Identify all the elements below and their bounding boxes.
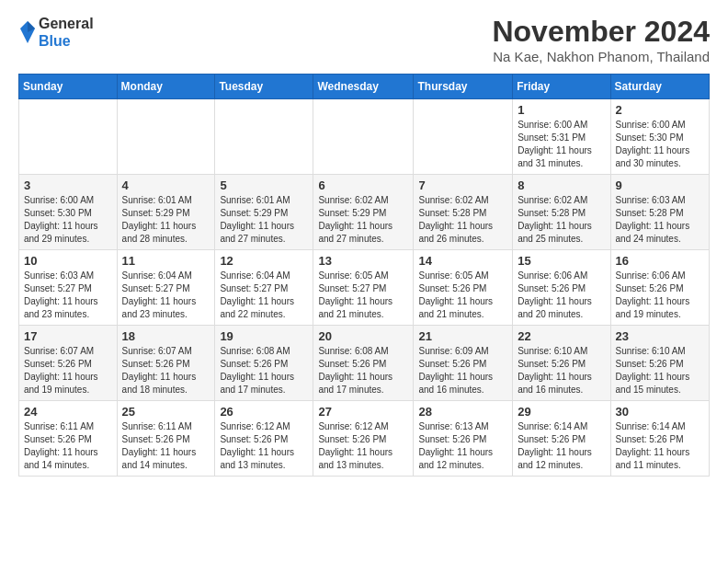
day-number: 9 [616, 178, 704, 192]
day-info: Sunrise: 6:04 AM Sunset: 5:27 PM Dayligh… [220, 270, 308, 321]
day-number: 18 [122, 329, 210, 343]
calendar-cell: 11Sunrise: 6:04 AM Sunset: 5:27 PM Dayli… [117, 250, 215, 326]
day-number: 4 [122, 178, 210, 192]
calendar-cell: 22Sunrise: 6:10 AM Sunset: 5:26 PM Dayli… [513, 326, 610, 401]
calendar-cell [313, 99, 414, 175]
day-info: Sunrise: 6:04 AM Sunset: 5:27 PM Dayligh… [122, 270, 210, 321]
day-info: Sunrise: 6:08 AM Sunset: 5:26 PM Dayligh… [318, 345, 408, 396]
calendar-cell: 3Sunrise: 6:00 AM Sunset: 5:30 PM Daylig… [19, 175, 118, 250]
calendar-cell: 4Sunrise: 6:01 AM Sunset: 5:29 PM Daylig… [117, 175, 215, 250]
calendar-cell: 19Sunrise: 6:08 AM Sunset: 5:26 PM Dayli… [215, 326, 313, 401]
day-number: 25 [122, 405, 210, 419]
calendar-week-row: 24Sunrise: 6:11 AM Sunset: 5:26 PM Dayli… [19, 401, 710, 477]
calendar-cell: 1Sunrise: 6:00 AM Sunset: 5:31 PM Daylig… [513, 99, 610, 175]
calendar-cell: 13Sunrise: 6:05 AM Sunset: 5:27 PM Dayli… [313, 250, 414, 326]
day-number: 21 [418, 329, 507, 343]
calendar-week-row: 1Sunrise: 6:00 AM Sunset: 5:31 PM Daylig… [19, 99, 710, 175]
day-info: Sunrise: 6:13 AM Sunset: 5:26 PM Dayligh… [418, 420, 507, 472]
day-info: Sunrise: 6:00 AM Sunset: 5:31 PM Dayligh… [518, 119, 605, 170]
day-info: Sunrise: 6:10 AM Sunset: 5:26 PM Dayligh… [518, 345, 605, 396]
day-number: 11 [122, 254, 210, 268]
day-info: Sunrise: 6:06 AM Sunset: 5:26 PM Dayligh… [518, 270, 605, 321]
day-number: 17 [24, 329, 112, 343]
calendar-header-row: SundayMondayTuesdayWednesdayThursdayFrid… [19, 75, 710, 99]
calendar-week-row: 10Sunrise: 6:03 AM Sunset: 5:27 PM Dayli… [19, 250, 710, 326]
day-info: Sunrise: 6:01 AM Sunset: 5:29 PM Dayligh… [122, 194, 210, 246]
calendar-cell: 9Sunrise: 6:03 AM Sunset: 5:28 PM Daylig… [610, 175, 709, 250]
calendar-cell: 12Sunrise: 6:04 AM Sunset: 5:27 PM Dayli… [215, 250, 313, 326]
day-number: 5 [220, 178, 308, 192]
day-info: Sunrise: 6:00 AM Sunset: 5:30 PM Dayligh… [616, 119, 704, 170]
day-info: Sunrise: 6:02 AM Sunset: 5:28 PM Dayligh… [418, 194, 507, 246]
day-number: 8 [518, 178, 605, 192]
page: General Blue November 2024 Na Kae, Nakho… [0, 0, 728, 486]
day-number: 27 [318, 405, 408, 419]
day-number: 28 [418, 405, 507, 419]
logo: General Blue [18, 15, 94, 50]
calendar-week-row: 3Sunrise: 6:00 AM Sunset: 5:30 PM Daylig… [19, 175, 710, 250]
calendar-day-header: Thursday [414, 75, 513, 99]
day-info: Sunrise: 6:01 AM Sunset: 5:29 PM Dayligh… [220, 194, 308, 246]
calendar-cell: 24Sunrise: 6:11 AM Sunset: 5:26 PM Dayli… [19, 401, 118, 477]
day-info: Sunrise: 6:09 AM Sunset: 5:26 PM Dayligh… [418, 345, 507, 396]
calendar-cell: 8Sunrise: 6:02 AM Sunset: 5:28 PM Daylig… [513, 175, 610, 250]
calendar-cell [215, 99, 313, 175]
day-info: Sunrise: 6:07 AM Sunset: 5:26 PM Dayligh… [24, 345, 112, 396]
day-number: 14 [418, 254, 507, 268]
day-info: Sunrise: 6:03 AM Sunset: 5:27 PM Dayligh… [24, 270, 112, 321]
calendar-week-row: 17Sunrise: 6:07 AM Sunset: 5:26 PM Dayli… [19, 326, 710, 401]
calendar-cell: 18Sunrise: 6:07 AM Sunset: 5:26 PM Dayli… [117, 326, 215, 401]
calendar-cell: 14Sunrise: 6:05 AM Sunset: 5:26 PM Dayli… [414, 250, 513, 326]
calendar-cell: 15Sunrise: 6:06 AM Sunset: 5:26 PM Dayli… [513, 250, 610, 326]
calendar-day-header: Monday [117, 75, 215, 99]
day-info: Sunrise: 6:10 AM Sunset: 5:26 PM Dayligh… [616, 345, 704, 396]
calendar-cell: 27Sunrise: 6:12 AM Sunset: 5:26 PM Dayli… [313, 401, 414, 477]
day-number: 24 [24, 405, 112, 419]
calendar-cell: 17Sunrise: 6:07 AM Sunset: 5:26 PM Dayli… [19, 326, 118, 401]
day-number: 20 [318, 329, 408, 343]
day-info: Sunrise: 6:14 AM Sunset: 5:26 PM Dayligh… [616, 420, 704, 472]
day-info: Sunrise: 6:11 AM Sunset: 5:26 PM Dayligh… [24, 420, 112, 472]
calendar-cell: 25Sunrise: 6:11 AM Sunset: 5:26 PM Dayli… [117, 401, 215, 477]
day-info: Sunrise: 6:14 AM Sunset: 5:26 PM Dayligh… [518, 420, 605, 472]
calendar-cell: 26Sunrise: 6:12 AM Sunset: 5:26 PM Dayli… [215, 401, 313, 477]
logo-general: General [39, 16, 94, 31]
calendar-cell: 6Sunrise: 6:02 AM Sunset: 5:29 PM Daylig… [313, 175, 414, 250]
logo-icon [18, 19, 37, 45]
calendar-cell: 20Sunrise: 6:08 AM Sunset: 5:26 PM Dayli… [313, 326, 414, 401]
day-number: 30 [616, 405, 704, 419]
calendar-cell: 21Sunrise: 6:09 AM Sunset: 5:26 PM Dayli… [414, 326, 513, 401]
day-info: Sunrise: 6:12 AM Sunset: 5:26 PM Dayligh… [318, 420, 408, 472]
calendar-day-header: Friday [513, 75, 610, 99]
calendar-cell: 16Sunrise: 6:06 AM Sunset: 5:26 PM Dayli… [610, 250, 709, 326]
day-info: Sunrise: 6:06 AM Sunset: 5:26 PM Dayligh… [616, 270, 704, 321]
day-number: 12 [220, 254, 308, 268]
day-number: 26 [220, 405, 308, 419]
header: General Blue November 2024 Na Kae, Nakho… [18, 15, 710, 64]
day-number: 6 [318, 178, 408, 192]
calendar-day-header: Sunday [19, 75, 118, 99]
calendar-cell [19, 99, 118, 175]
month-title: November 2024 [492, 15, 710, 49]
day-number: 29 [518, 405, 605, 419]
calendar-cell: 28Sunrise: 6:13 AM Sunset: 5:26 PM Dayli… [414, 401, 513, 477]
day-number: 23 [616, 329, 704, 343]
calendar-cell [414, 99, 513, 175]
calendar: SundayMondayTuesdayWednesdayThursdayFrid… [18, 74, 710, 477]
day-number: 10 [24, 254, 112, 268]
day-info: Sunrise: 6:02 AM Sunset: 5:28 PM Dayligh… [518, 194, 605, 246]
calendar-cell: 7Sunrise: 6:02 AM Sunset: 5:28 PM Daylig… [414, 175, 513, 250]
logo-text: General Blue [39, 15, 94, 50]
day-number: 13 [318, 254, 408, 268]
calendar-day-header: Saturday [610, 75, 709, 99]
day-number: 15 [518, 254, 605, 268]
calendar-cell: 2Sunrise: 6:00 AM Sunset: 5:30 PM Daylig… [610, 99, 709, 175]
calendar-cell: 23Sunrise: 6:10 AM Sunset: 5:26 PM Dayli… [610, 326, 709, 401]
day-info: Sunrise: 6:08 AM Sunset: 5:26 PM Dayligh… [220, 345, 308, 396]
day-info: Sunrise: 6:12 AM Sunset: 5:26 PM Dayligh… [220, 420, 308, 472]
day-number: 7 [418, 178, 507, 192]
day-info: Sunrise: 6:11 AM Sunset: 5:26 PM Dayligh… [122, 420, 210, 472]
day-info: Sunrise: 6:05 AM Sunset: 5:27 PM Dayligh… [318, 270, 408, 321]
calendar-day-header: Wednesday [313, 75, 414, 99]
calendar-cell: 10Sunrise: 6:03 AM Sunset: 5:27 PM Dayli… [19, 250, 118, 326]
